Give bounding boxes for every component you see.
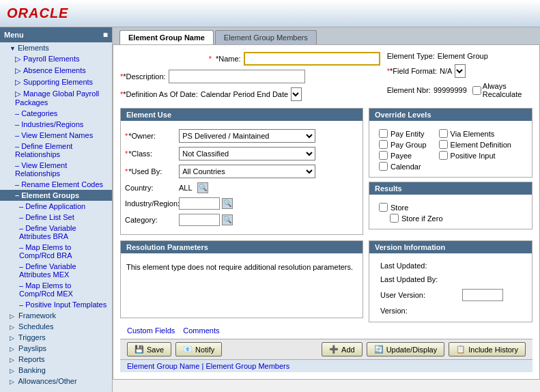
sidebar-item-schedules[interactable]: ▷ Schedules xyxy=(0,321,112,332)
element-nbr-label: Element Nbr: xyxy=(387,86,431,94)
override-body: Pay Entity Pay Group Payee xyxy=(369,125,532,177)
sidebar-item-framework[interactable]: ▷ Framework xyxy=(0,310,112,321)
category-search-icon[interactable]: 🔍 xyxy=(222,214,233,225)
payee-checkbox[interactable] xyxy=(379,151,388,160)
sidebar: Menu ■ ▼Elements ▷Payroll Elements ▷Abse… xyxy=(0,27,113,392)
used-by-select[interactable]: All Countries Specific Country xyxy=(179,165,315,178)
override-col-left: Pay Entity Pay Group Payee xyxy=(373,129,427,173)
category-input[interactable] xyxy=(179,214,220,226)
industry-search-icon[interactable]: 🔍 xyxy=(222,198,233,209)
owner-label: *Owner: xyxy=(128,132,176,140)
always-recalc-label: Always Recalculate xyxy=(483,82,532,98)
sidebar-item-payroll-elements[interactable]: ▷Payroll Elements xyxy=(0,53,112,65)
sidebar-item-categories[interactable]: – Categories xyxy=(0,108,112,119)
class-label: *Class: xyxy=(128,150,176,158)
version-row-item: Version: xyxy=(375,305,526,316)
update-display-button[interactable]: 🔄 Update/Display xyxy=(367,342,445,356)
sidebar-item-reports[interactable]: ▷ Reports xyxy=(0,354,112,365)
results-header: Results xyxy=(369,182,532,195)
positive-input-checkbox[interactable] xyxy=(439,151,448,160)
sidebar-collapse-btn[interactable]: ■ xyxy=(103,30,108,40)
element-definition-checkbox[interactable] xyxy=(439,140,448,149)
tab-element-group-name[interactable]: Element Group Name xyxy=(119,30,214,44)
sidebar-item-banking[interactable]: ▷ Banking xyxy=(0,365,112,376)
comments-link[interactable]: Comments xyxy=(183,326,219,335)
definition-select[interactable] xyxy=(291,87,302,101)
class-select[interactable]: Not Classified Earnings Deductions xyxy=(179,147,315,160)
override-section: Override Levels Pay Entity xyxy=(369,108,532,178)
last-updated-row: Last Updated: xyxy=(375,260,526,271)
sidebar-item-absence-elements[interactable]: ▷Absence Elements xyxy=(0,65,112,76)
category-row: Category: 🔍 xyxy=(125,214,358,226)
sidebar-item-define-element-rel[interactable]: – Define Element Relationships xyxy=(0,141,112,160)
sidebar-item-supporting-elements[interactable]: ▷Supporting Elements xyxy=(0,76,112,88)
tab-bar: Element Group Name Element Group Members xyxy=(113,27,540,44)
positive-input-label: Positive Input xyxy=(451,152,496,160)
store-if-zero-checkbox[interactable] xyxy=(390,214,399,223)
breadcrumb-element-group-members[interactable]: Element Group Members xyxy=(205,362,289,370)
store-label: Store xyxy=(390,204,408,212)
results-body: Store Store if Zero xyxy=(369,199,532,229)
user-version-input[interactable] xyxy=(462,289,503,301)
oracle-logo: ORACLE xyxy=(7,5,68,21)
last-updated-by-row: Last Updated By: xyxy=(375,274,526,285)
override-header: Override Levels xyxy=(369,109,532,121)
sidebar-item-map-elems-mex[interactable]: – Map Elems to Comp/Rcd MEX xyxy=(0,280,112,299)
tab-element-group-members[interactable]: Element Group Members xyxy=(215,30,317,44)
calendar-label: Calendar xyxy=(390,163,421,171)
positive-input-row: Positive Input xyxy=(434,151,511,160)
custom-fields-link[interactable]: Custom Fields xyxy=(127,326,175,335)
always-recalc-checkbox[interactable] xyxy=(472,86,481,95)
last-updated-by-label: Last Updated By: xyxy=(380,275,462,283)
right-buttons: ➕ Add 🔄 Update/Display 📋 Include History xyxy=(322,342,526,356)
version-section: Version Information Last Updated: Last U… xyxy=(369,240,532,322)
header: ORACLE xyxy=(0,0,540,27)
sidebar-item-allowances[interactable]: ▷ Allowances/Other xyxy=(0,376,112,387)
sidebar-item-triggers[interactable]: ▷ Triggers xyxy=(0,332,112,343)
name-label-text: *Name: xyxy=(216,55,241,63)
name-row: * *Name: xyxy=(120,52,380,66)
industry-input[interactable] xyxy=(179,197,220,210)
include-history-button[interactable]: 📋 Include History xyxy=(449,342,526,356)
notify-icon: 📧 xyxy=(183,345,193,354)
element-nbr-row: Element Nbr: 99999999 Always Recalculate xyxy=(387,82,532,98)
calendar-checkbox[interactable] xyxy=(379,162,388,171)
sidebar-item-positive-input[interactable]: – Positive Input Templates xyxy=(0,299,112,310)
sidebar-item-view-element-names[interactable]: – View Element Names xyxy=(0,130,112,141)
save-button[interactable]: 💾 Save xyxy=(127,342,171,356)
sidebar-item-rename-element[interactable]: – Rename Element Codes xyxy=(0,179,112,190)
pay-group-label: Pay Group xyxy=(390,141,427,149)
sidebar-item-define-list[interactable]: – Define List Set xyxy=(0,212,112,223)
left-buttons: 💾 Save 📧 Notify xyxy=(127,342,222,356)
sidebar-header: Menu ■ xyxy=(0,27,112,42)
breadcrumb-element-group-name[interactable]: Element Group Name xyxy=(127,362,199,370)
menu-label: Menu xyxy=(4,31,24,39)
sidebar-item-view-element-rel[interactable]: – View Element Relationships xyxy=(0,160,112,179)
name-input[interactable] xyxy=(244,52,380,66)
pay-entity-checkbox[interactable] xyxy=(379,129,388,138)
store-row: Store xyxy=(373,203,528,212)
breadcrumb: Element Group Name | Element Group Membe… xyxy=(120,359,532,372)
owner-select[interactable]: PS Delivered / Maintained Customer Modif… xyxy=(179,129,315,143)
notify-button[interactable]: 📧 Notify xyxy=(175,342,222,356)
country-search-icon[interactable]: 🔍 xyxy=(197,182,208,193)
sidebar-item-industries[interactable]: – Industries/Regions xyxy=(0,119,112,130)
sidebar-item-map-elems-bra[interactable]: – Map Elems to Comp/Rcd BRA xyxy=(0,242,112,261)
element-nbr-value: 99999999 xyxy=(434,86,467,94)
add-icon: ➕ xyxy=(329,345,339,354)
sidebar-item-payslips[interactable]: ▷ Payslips xyxy=(0,343,112,354)
via-elements-checkbox[interactable] xyxy=(439,129,448,138)
field-format-select[interactable] xyxy=(455,64,466,78)
description-input[interactable] xyxy=(169,70,305,83)
sidebar-item-elements[interactable]: ▼Elements xyxy=(0,42,112,53)
sidebar-item-manage-global[interactable]: ▷Manage Global Payroll Packages xyxy=(0,88,112,108)
sidebar-item-element-groups[interactable]: – Element Groups xyxy=(0,190,112,201)
name-label: * xyxy=(120,55,216,63)
bottom-section: Resolution Parameters This element type … xyxy=(120,240,532,322)
add-button[interactable]: ➕ Add xyxy=(322,342,363,356)
sidebar-item-define-var-bra[interactable]: – Define Variable Attributes BRA xyxy=(0,223,112,242)
store-checkbox[interactable] xyxy=(379,203,388,212)
sidebar-item-define-var-mex[interactable]: – Define Variable Attributes MEX xyxy=(0,261,112,280)
sidebar-item-define-app[interactable]: – Define Application xyxy=(0,201,112,212)
pay-group-checkbox[interactable] xyxy=(379,140,388,149)
